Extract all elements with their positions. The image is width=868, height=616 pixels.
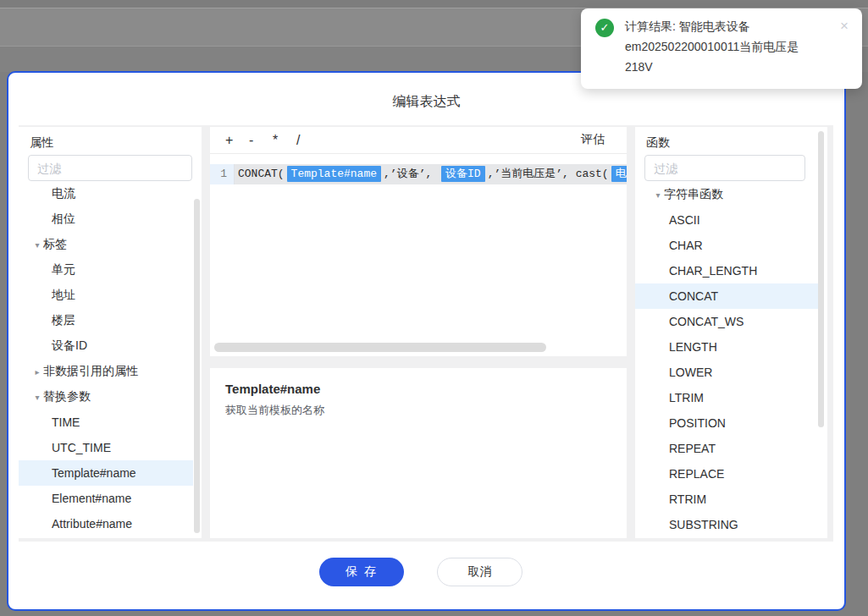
toast-message: 计算结果: 智能电表设备 em202502200010011当前电压是 218V [625,16,837,77]
operator-buttons: +-*/ [225,127,320,154]
function-list-item-label: REPEAT [669,442,716,455]
function-list-item-label: CONCAT [669,289,718,303]
caret-down-icon: ▾ [31,393,43,402]
attribute-tree-item-label: 替换参数 [43,389,91,404]
function-list-item-label: 字符串函数 [664,187,723,202]
function-list-item[interactable]: LENGTH [635,334,819,360]
function-list-item[interactable]: REPLACE [635,461,819,487]
expression-plain-text: ,’设备’, [384,168,439,180]
attribute-tree-item-label: 单元 [52,262,75,278]
result-toast: ✓ 计算结果: 智能电表设备 em202502200010011当前电压是 21… [581,8,862,89]
cancel-button[interactable]: 取消 [437,558,522,586]
functions-tree: ▾字符串函数ASCIICHARCHAR_LENGTHCONCATCONCAT_W… [635,182,819,537]
operator-minus-button[interactable]: - [249,133,273,148]
operator-divide-button[interactable]: / [296,133,320,148]
code-line-row: 1 CONCAT(Template#name,’设备’, 设备ID,’当前电压是… [210,164,627,184]
function-list-item[interactable]: CONCAT_WS [635,309,819,334]
attribute-tree-item[interactable]: 设备ID [19,333,193,359]
attribute-tree-item-label: Element#name [52,492,131,505]
function-list-item[interactable]: CHAR_LENGTH [635,258,819,283]
attribute-tree-item[interactable]: 相位 [19,206,193,232]
attribute-tree-item-label: UTC_TIME [52,441,111,454]
attributes-panel: 属性 电流相位▾标签单元地址楼层设备ID▸非数据引用的属性▾替换参数TIMEUT… [19,127,202,538]
dialog-title: 编辑表达式 [8,93,844,111]
attribute-tree-item[interactable]: Attribute#name [19,511,193,536]
editor-hscrollbar[interactable] [214,343,546,352]
function-list-item[interactable]: REPEAT [635,436,819,461]
function-list-item[interactable]: ASCII [635,207,819,233]
attributes-panel-title: 属性 [30,135,53,151]
caret-right-icon: ▸ [31,367,43,377]
dialog-body: 属性 电流相位▾标签单元地址楼层设备ID▸非数据引用的属性▾替换参数TIMEUT… [19,125,833,542]
line-number: 1 [210,164,235,184]
attribute-tree-item-label: 楼层 [52,313,75,328]
functions-panel-title: 函数 [646,135,670,151]
function-list-item[interactable]: ▾字符串函数 [635,182,819,207]
expression-plain-text: CONCAT( [238,168,285,180]
function-list-item[interactable]: CONCAT [635,283,819,309]
expression-token-chip: 电压 [611,166,627,182]
function-list-item-label: ASCII [669,213,700,227]
attribute-tree-item[interactable]: UTC_TIME [19,435,193,460]
function-list-item-label: REPLACE [669,467,724,481]
attribute-tree-item[interactable]: Element#name [19,486,193,511]
expression-editor[interactable]: 1 CONCAT(Template#name,’设备’, 设备ID,’当前电压是… [210,154,627,356]
attribute-tree-item-label: 标签 [43,237,67,252]
toast-line: em202502200010011当前电压是 [625,36,837,57]
function-list-item[interactable]: POSITION [635,410,819,436]
attribute-tree-item-label: Template#name [52,466,136,480]
functions-filter-input[interactable] [644,155,805,181]
expression-plain-text: ,’当前电压是’, cast( [488,168,609,180]
function-list-item-label: SUBSTRING [669,518,738,531]
caret-down-icon: ▾ [31,240,43,250]
evaluate-button[interactable]: 评估 [581,132,605,147]
editor-toolbar: +-*/ 评估 [210,127,627,154]
attribute-tree-item[interactable]: ▸非数据引用的属性 [19,359,193,384]
attribute-tree-item[interactable]: 楼层 [19,308,193,333]
attribute-tree-item[interactable]: TIME [19,410,193,435]
function-list-item[interactable]: LTRIM [635,385,819,410]
function-list-item[interactable]: CHAR [635,233,819,258]
attribute-tree-item-label: 相位 [52,212,75,227]
function-list-item-label: LTRIM [669,391,704,404]
attribute-tree-item[interactable]: 单元 [19,257,193,283]
function-list-item-label: POSITION [669,416,726,430]
expression-editor-column: +-*/ 评估 1 CONCAT(Template#name,’设备’, 设备I… [210,127,627,538]
attribute-tree-item-label: 非数据引用的属性 [43,364,138,379]
attribute-tree-item-label: 电流 [52,186,75,201]
attributes-filter-input[interactable] [28,155,192,181]
attribute-tree-item-label: TIME [52,415,80,429]
attribute-tree-item[interactable]: ▾标签 [19,232,193,257]
toast-line: 218V [625,57,837,77]
edit-expression-dialog: 编辑表达式 属性 电流相位▾标签单元地址楼层设备ID▸非数据引用的属性▾替换参数… [7,71,846,611]
toast-close-icon[interactable]: × [840,18,849,35]
function-list-item[interactable]: RTRIM [635,487,819,512]
expression-text[interactable]: CONCAT(Template#name,’设备’, 设备ID,’当前电压是’,… [235,164,627,184]
operator-multiply-button[interactable]: * [273,133,296,148]
attribute-tree-item[interactable]: ▾替换参数 [19,384,193,410]
function-list-item-label: LOWER [669,366,712,379]
function-list-item-label: CHAR_LENGTH [669,264,757,278]
operator-plus-button[interactable]: + [225,133,249,148]
attribute-tree-item[interactable]: 电流 [19,181,193,206]
description-panel: Template#name 获取当前模板的名称 [210,368,627,538]
function-list-item[interactable]: LOWER [635,360,819,385]
attribute-tree-item-label: 地址 [52,288,75,303]
description-name: Template#name [225,382,611,396]
attribute-tree-item[interactable]: Template#name [19,460,193,486]
attributes-tree: 电流相位▾标签单元地址楼层设备ID▸非数据引用的属性▾替换参数TIMEUTC_T… [19,181,193,536]
attributes-scrollbar[interactable] [194,199,200,533]
success-check-icon: ✓ [595,19,614,37]
toast-line: 计算结果: 智能电表设备 [625,16,837,36]
attribute-tree-item[interactable]: 地址 [19,283,193,308]
caret-down-icon: ▾ [652,190,664,200]
expression-token-chip: Template#name [287,166,381,182]
function-list-item-label: RTRIM [669,492,706,506]
attribute-tree-item-label: Attribute#name [52,517,132,531]
description-text: 获取当前模板的名称 [225,403,611,418]
save-button[interactable]: 保 存 [319,558,404,586]
functions-panel: 函数 ▾字符串函数ASCIICHARCHAR_LENGTHCONCATCONCA… [635,127,827,538]
function-list-item[interactable]: SUBSTRING [635,512,819,537]
functions-scrollbar[interactable] [818,131,824,427]
function-list-item-label: LENGTH [669,340,717,354]
